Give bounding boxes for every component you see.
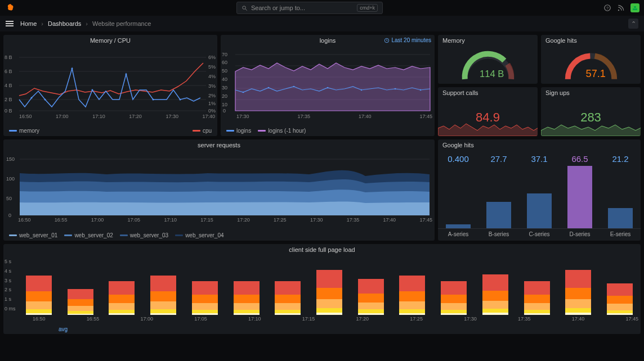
server-requests-chart: 150100500 xyxy=(3,151,435,217)
x-axis: 16:5016:5517:0017:0517:1017:1517:2017:25… xyxy=(18,316,641,323)
bar-value: 37.1 xyxy=(531,154,547,164)
stacked-bar xyxy=(475,274,516,315)
svg-point-29 xyxy=(126,74,127,75)
stacked-bar xyxy=(599,283,641,315)
svg-text:100: 100 xyxy=(6,176,15,182)
svg-text:8 B: 8 B xyxy=(5,55,12,60)
svg-text:70: 70 xyxy=(222,52,227,57)
bar-label: E-series xyxy=(600,228,641,241)
crumb-page: Website performance xyxy=(92,20,151,27)
stacked-bar xyxy=(433,281,475,315)
user-avatar-icon[interactable] xyxy=(630,3,639,12)
menu-icon[interactable] xyxy=(6,21,14,26)
gauge-icon: 114 B xyxy=(449,47,527,84)
clock-icon xyxy=(384,38,390,43)
crumb-home[interactable]: Home xyxy=(20,20,37,27)
svg-line-1 xyxy=(245,8,247,10)
panel-google-hits-bars[interactable]: Google hits 0.400 A-series27.7 B-series3… xyxy=(438,139,641,241)
collapse-icon[interactable]: ⌃ xyxy=(628,19,638,29)
svg-text:40: 40 xyxy=(222,76,227,82)
crumb-dashboards[interactable]: Dashboards xyxy=(48,20,81,27)
bar-column: 21.2 E-series xyxy=(600,151,641,241)
svg-text:1%: 1% xyxy=(208,101,216,106)
bar-column: 37.1 C-series xyxy=(519,151,560,241)
svg-text:20: 20 xyxy=(222,93,227,99)
stacked-bar xyxy=(308,270,350,315)
panel-title: Memory / CPU xyxy=(3,35,217,46)
svg-point-49 xyxy=(293,86,295,88)
bar xyxy=(446,224,470,228)
svg-text:150: 150 xyxy=(6,156,15,162)
stacked-bar xyxy=(101,281,142,315)
bar-label: C-series xyxy=(519,228,560,241)
bar xyxy=(608,208,632,228)
svg-point-28 xyxy=(92,89,93,91)
legend: web_server_01 web_server_02 web_server_0… xyxy=(3,230,435,241)
svg-point-53 xyxy=(420,89,422,91)
stacked-bar xyxy=(516,281,558,315)
svg-point-50 xyxy=(327,87,329,89)
svg-point-0 xyxy=(243,6,246,9)
svg-rect-6 xyxy=(634,6,636,8)
bar xyxy=(527,193,551,228)
shortcut-badge: cmd+k xyxy=(357,4,378,12)
bar-value: 0.400 xyxy=(448,154,469,164)
x-axis: 16:5016:5517:00 17:0517:1017:15 17:2017:… xyxy=(3,217,435,224)
stacked-bar xyxy=(60,289,101,315)
panel-page-load[interactable]: client side full page load 5 s4 s3 s 2 s… xyxy=(3,244,641,334)
panel-server-requests[interactable]: server requests 150100500 16:5016:5517:0… xyxy=(3,139,435,241)
svg-text:60: 60 xyxy=(222,60,227,65)
time-range-badge[interactable]: Last 20 minutes xyxy=(384,37,431,43)
panel-title: logins Last 20 minutes xyxy=(221,35,435,46)
svg-text:0: 0 xyxy=(8,213,11,217)
svg-text:0 B: 0 B xyxy=(5,108,12,114)
bar-column: 66.5 D-series xyxy=(560,151,600,241)
panel-memory-cpu[interactable]: Memory / CPU 8 B6 B 4 B2 B0 B 6%5% 4%3% … xyxy=(3,35,217,136)
bar-value: 21.2 xyxy=(612,154,628,164)
bar-column: 27.7 B-series xyxy=(478,151,519,241)
search-placeholder: Search or jump to... xyxy=(251,4,305,11)
panel-support-calls[interactable]: Support calls 84.9 xyxy=(438,87,538,136)
grafana-logo-icon[interactable] xyxy=(5,2,16,13)
svg-rect-7 xyxy=(633,8,637,10)
svg-text:3%: 3% xyxy=(208,83,216,89)
svg-text:2%: 2% xyxy=(208,93,216,98)
svg-point-52 xyxy=(395,88,396,90)
stacked-bar xyxy=(142,276,184,315)
stacked-bar xyxy=(350,279,392,315)
bar xyxy=(486,202,511,228)
panel-sign-ups[interactable]: Sign ups 283 xyxy=(541,87,641,136)
breadcrumb: Home › Dashboards › Website performance … xyxy=(0,16,644,31)
panel-memory-gauge[interactable]: Memory 114 B xyxy=(438,35,538,84)
bar-value: 27.7 xyxy=(490,154,507,164)
svg-text:0: 0 xyxy=(223,108,226,114)
svg-point-30 xyxy=(153,99,154,101)
bar-column: 0.400 A-series xyxy=(438,151,478,241)
svg-point-26 xyxy=(44,99,46,101)
stacked-bar xyxy=(558,270,600,315)
stats-column: Memory 114 B Google hits 57.1 xyxy=(438,35,641,136)
help-icon[interactable]: ? xyxy=(603,4,611,12)
svg-point-25 xyxy=(31,97,33,99)
search-input[interactable]: Search or jump to... cmd+k xyxy=(236,2,383,14)
memory-cpu-chart: 8 B6 B 4 B2 B0 B 6%5% 4%3% 2%1%0% xyxy=(3,46,217,114)
stacked-bar xyxy=(18,276,60,315)
logins-chart: 706050403020100 xyxy=(221,46,435,114)
svg-text:4%: 4% xyxy=(208,74,216,79)
svg-text:114 B: 114 B xyxy=(480,69,504,79)
panel-logins[interactable]: logins Last 20 minutes 706050403020100 1… xyxy=(221,35,435,136)
bar xyxy=(567,166,592,228)
svg-text:6 B: 6 B xyxy=(5,69,12,74)
svg-text:50: 50 xyxy=(222,68,227,74)
svg-point-51 xyxy=(361,89,363,91)
stacked-bar xyxy=(392,276,433,315)
panel-google-hits-gauge[interactable]: Google hits 57.1 xyxy=(541,35,641,84)
bar-label: D-series xyxy=(560,228,600,241)
news-icon[interactable] xyxy=(617,4,625,12)
svg-text:0%: 0% xyxy=(208,108,216,114)
bar-columns: 0.400 A-series27.7 B-series37.1 C-series… xyxy=(438,151,641,241)
legend: memory cpu xyxy=(3,125,217,136)
y-axis: 5 s4 s3 s 2 s1 s0 ms xyxy=(5,259,16,312)
x-axis: 16:5017:0017:10 17:2017:3017:40 xyxy=(3,114,217,120)
legend: avg upper_256.81 msupper_50142 msupper_7… xyxy=(3,323,71,334)
